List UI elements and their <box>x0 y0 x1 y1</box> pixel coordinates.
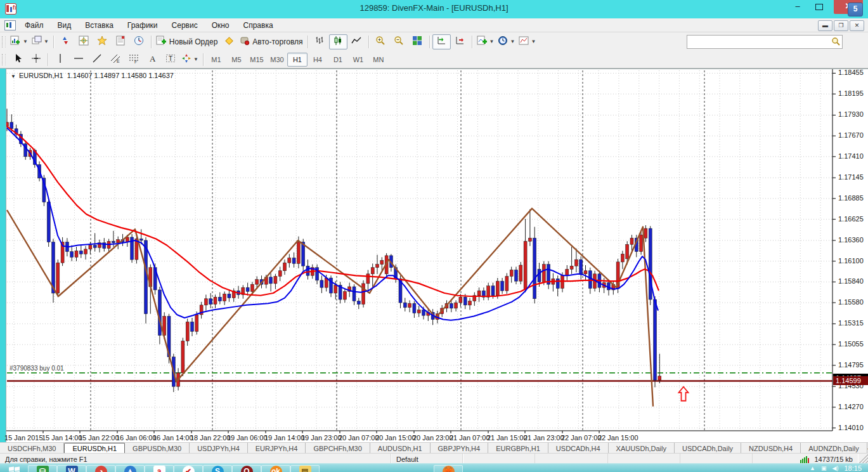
taskbar-clock[interactable]: 18:15 <box>844 464 862 472</box>
symbol-tab-NZDUSDh-H4[interactable]: NZDUSDh,H4 <box>741 443 801 454</box>
taskbar-icon-store[interactable]: ⛁ <box>28 465 57 472</box>
timeframe-W1-button[interactable]: W1 <box>348 53 368 67</box>
menu-item-insert[interactable]: Вставка <box>78 20 120 31</box>
timeframe-M15-button[interactable]: M15 <box>247 53 267 67</box>
chart-candles-button[interactable] <box>329 34 347 49</box>
symbol-tab-AUDNZDh-Daily[interactable]: AUDNZDh,Daily <box>801 443 867 454</box>
minimize-button[interactable]: – <box>788 0 807 14</box>
chart-bars-button[interactable] <box>311 34 329 49</box>
metaeditor-button[interactable] <box>219 34 238 49</box>
dropdown-arrow-icon[interactable]: ▼ <box>44 39 49 44</box>
periods-button[interactable]: ▼ <box>496 34 517 49</box>
symbol-dropdown-icon[interactable]: ▼ <box>11 74 16 79</box>
taskbar-icon-yandex-browser[interactable]: ✔ <box>174 465 203 472</box>
symbol-tab-XAUUSDh-Daily[interactable]: XAUUSDh,Daily <box>609 443 675 454</box>
menu-item-help[interactable]: Справка <box>236 20 280 31</box>
menu-item-service[interactable]: Сервис <box>165 20 205 31</box>
autotrading-button[interactable]: Авто-торговля <box>238 34 304 49</box>
symbol-tab-GBPJPYh-H4[interactable]: GBPJPYh,H4 <box>431 443 489 454</box>
timeframe-M5-button[interactable]: M5 <box>226 53 247 67</box>
tray-chevron-icon[interactable]: ▲ <box>810 465 815 471</box>
symbol-tab-USDJPYh-H4[interactable]: USDJPYh,H4 <box>190 443 248 454</box>
symbol-tab-USDCADh-Daily[interactable]: USDCADh,Daily <box>675 443 741 454</box>
templates-button[interactable]: ▼ <box>517 34 538 49</box>
tray-volume-icon[interactable]: ◀) <box>832 465 839 471</box>
chart-area[interactable]: ▼EURUSDh,H1 1.14607 1.14897 1.14580 1.14… <box>6 69 868 443</box>
zoom-out-button[interactable] <box>390 34 408 49</box>
taskbar-icon-chrome[interactable]: ◔ <box>86 465 115 472</box>
mdi-close-button[interactable]: ✕ <box>850 20 864 31</box>
indicators-button[interactable]: ▼ <box>475 34 496 49</box>
mdi-restore-button[interactable]: ❐ <box>834 20 848 31</box>
crosshair-button[interactable] <box>27 52 45 67</box>
mdi-minimize-button[interactable]: ▬ <box>818 20 832 31</box>
menu-item-view[interactable]: Вид <box>51 20 79 31</box>
tile-windows-button[interactable] <box>408 34 427 49</box>
market-watch-button[interactable] <box>56 34 75 49</box>
timeframe-MN-button[interactable]: MN <box>368 53 389 67</box>
symbol-tab-USDCHFh-M30[interactable]: USDCHFh,M30 <box>0 443 64 454</box>
symbol-tab-GBPCHFh-M30[interactable]: GBPCHFh,M30 <box>306 443 370 454</box>
zoom-in-button[interactable] <box>372 34 390 49</box>
tray-display-icon[interactable]: ▣ <box>821 465 827 471</box>
toolbar-drag-handle[interactable] <box>2 54 6 65</box>
toolbar-drag-handle[interactable] <box>2 36 6 48</box>
taskbar-icon-odnoklassniki[interactable]: ok <box>261 465 290 472</box>
menu-item-window[interactable]: Окно <box>205 20 236 31</box>
timeframe-H1-button[interactable]: H1 <box>287 53 308 67</box>
label-button[interactable]: T <box>161 52 179 67</box>
data-window-button[interactable] <box>75 34 93 49</box>
new-chart-button[interactable]: ▼ <box>8 34 30 49</box>
cursor-button[interactable] <box>8 52 27 67</box>
text-button[interactable]: A <box>143 52 161 67</box>
search-icon[interactable] <box>831 37 840 46</box>
taskbar-icon-yandex[interactable]: а <box>145 465 174 472</box>
taskbar-icon-folder[interactable]: ▤ <box>290 465 320 472</box>
taskbar-start-button[interactable] <box>0 465 28 472</box>
chart-line-button[interactable] <box>347 34 366 49</box>
search-input[interactable] <box>689 36 827 48</box>
hline-icon <box>74 53 84 65</box>
new-order-button[interactable]: Новый Ордер <box>154 34 219 49</box>
menu-item-file[interactable]: Файл <box>18 20 51 31</box>
taskbar-icon-word[interactable]: W <box>57 465 86 472</box>
maximize-button[interactable] <box>810 0 829 14</box>
auto-scroll-button[interactable] <box>432 34 451 49</box>
taskbar-icon-opera[interactable]: O <box>232 465 261 472</box>
symbol-tab-AUDUSDh-H1[interactable]: AUDUSDh,H1 <box>370 443 431 454</box>
timeframe-D1-button[interactable]: D1 <box>328 53 348 67</box>
symbol-tab-EURGBPh-H1[interactable]: EURGBPh,H1 <box>488 443 548 454</box>
trendline-button[interactable] <box>87 52 106 67</box>
channel-button[interactable]: E <box>106 52 124 67</box>
timeframe-M30-button[interactable]: M30 <box>267 53 287 67</box>
symbol-tab-EURJPYh-H4[interactable]: EURJPYh,H4 <box>248 443 306 454</box>
dropdown-arrow-icon[interactable]: ▼ <box>531 39 536 44</box>
taskbar-icon-firefox[interactable]: 🦊 <box>434 465 463 472</box>
symbol-tab-GBPUSDh-M30[interactable]: GBPUSDh,M30 <box>125 443 190 454</box>
menu-item-charts[interactable]: Графики <box>120 20 165 31</box>
hline-button[interactable] <box>69 52 87 67</box>
navigator-button[interactable] <box>93 34 112 49</box>
profiles-button[interactable]: ▼ <box>30 34 51 49</box>
chart-line-icon <box>351 36 361 48</box>
terminal-button[interactable] <box>112 34 130 49</box>
vline-button[interactable] <box>51 52 69 67</box>
strategy-tester-button[interactable] <box>130 34 148 49</box>
timeframe-H4-button[interactable]: H4 <box>308 53 328 67</box>
chart-shift-button[interactable] <box>451 34 469 49</box>
dropdown-arrow-icon[interactable]: ▼ <box>193 56 198 62</box>
arrows-button[interactable]: ▼ <box>179 52 200 67</box>
mdi-background-strip <box>0 69 6 472</box>
timeframe-M1-button[interactable]: M1 <box>206 53 226 67</box>
dropdown-arrow-icon[interactable]: ▼ <box>489 39 495 44</box>
dropdown-arrow-icon[interactable]: ▼ <box>510 39 515 44</box>
notifications-icon[interactable]: 5 <box>848 3 863 16</box>
symbol-tab-EURUSDh-H1[interactable]: EURUSDh,H1 <box>64 443 125 454</box>
dropdown-arrow-icon[interactable]: ▼ <box>23 39 28 44</box>
taskbar-icon-app-blue[interactable]: ◮ <box>115 465 145 472</box>
price-chart[interactable] <box>6 69 868 443</box>
taskbar-icon-skype[interactable]: S <box>203 465 232 472</box>
price-tick-label: 1.16625 <box>838 215 864 223</box>
symbol-tab-USDCADh-H4[interactable]: USDCADh,H4 <box>548 443 609 454</box>
fibonacci-button[interactable]: F <box>124 52 143 67</box>
